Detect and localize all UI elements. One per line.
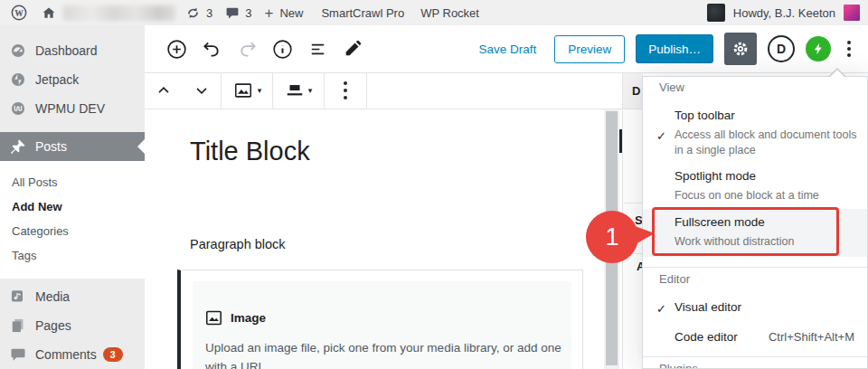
updates-indicator[interactable]: 3 — [179, 0, 219, 25]
active-menu-arrow — [137, 139, 145, 154]
admin-bar: W 3 3 + New SmartCrawl Pr — [0, 0, 868, 25]
image-placeholder: Image Upload an image file, pick one fro… — [193, 281, 571, 369]
editor-actions: Save Draft Preview Publish… D — [478, 33, 868, 65]
admin-menu: Dashboard Jetpack WPMU DEV Posts All Pos… — [0, 25, 145, 369]
updates-icon — [185, 5, 201, 21]
admin-menu-lower: Media Pages Comments 3 — [0, 279, 145, 369]
menu-item-top-toolbar[interactable]: Top toolbar — [675, 109, 735, 122]
menu-divider — [643, 267, 867, 268]
media-icon — [9, 288, 27, 306]
menu-section-editor: Editor — [659, 272, 690, 286]
menu-section-next-partial: Plugins — [659, 362, 698, 369]
howdy-text: Howdy, B.J. Keeton — [733, 6, 835, 20]
sidebar-item-label: Comments — [35, 347, 97, 362]
sidebar-item-jetpack[interactable]: Jetpack — [0, 65, 145, 94]
sidebar-item-label: WPMU DEV — [35, 101, 105, 116]
save-draft-button[interactable]: Save Draft — [478, 43, 536, 56]
panel-edge-fragment — [619, 129, 622, 153]
site-home-icon[interactable] — [34, 0, 63, 25]
wordpress-logo-icon[interactable]: W — [4, 0, 34, 25]
image-icon — [205, 310, 222, 326]
menu-item-description: Access all block and document tools in a… — [675, 128, 857, 157]
wpmudev-icon — [9, 99, 27, 118]
settings-gear-button[interactable] — [724, 33, 757, 65]
more-tools-options-button[interactable] — [842, 37, 856, 61]
menu-section-view: View — [659, 80, 684, 94]
sidebar-item-label: Posts — [35, 139, 67, 154]
paragraph-block[interactable]: Paragraph block — [190, 237, 286, 251]
plus-icon: + — [264, 5, 273, 21]
admin-bar-smartcrawl[interactable]: SmartCrawl Pro — [309, 0, 410, 25]
annotation-step-balloon: 1 — [586, 211, 638, 263]
post-title-input[interactable]: Title Block — [190, 137, 310, 166]
sidebar-tabs-header: D — [623, 72, 643, 109]
sidebar-item-label: Pages — [35, 318, 71, 333]
new-label: New — [279, 6, 303, 20]
block-inserter-button[interactable] — [165, 37, 188, 61]
annotation-highlight-box — [652, 207, 839, 256]
sidebar-item-media[interactable]: Media — [0, 282, 145, 311]
chevron-down-icon: ▾ — [308, 87, 313, 95]
gravatar-redacted — [707, 4, 725, 22]
change-block-type-button[interactable]: ▾ — [222, 72, 272, 109]
pending-comments-indicator[interactable]: 3 — [219, 0, 258, 25]
sidebar-item-posts[interactable]: Posts — [0, 132, 145, 161]
sidebar-item-label: Dashboard — [35, 43, 98, 58]
panel-divider — [624, 203, 643, 203]
posts-submenu: All Posts Add New Categories Tags — [0, 161, 145, 279]
menu-item-visual-editor[interactable]: Visual editor — [675, 300, 741, 314]
editor-header-toolbar: Save Draft Preview Publish… D — [145, 25, 868, 73]
tab-document-partial[interactable]: D — [632, 84, 640, 98]
image-block-description: Upload an image file, pick one from your… — [205, 338, 563, 369]
sidebar-item-comments[interactable]: Comments 3 — [0, 340, 145, 369]
content-structure-button[interactable] — [270, 37, 294, 61]
preview-button[interactable]: Preview — [554, 35, 625, 63]
redo-button-disabled[interactable] — [235, 37, 259, 61]
avatar — [844, 5, 860, 21]
gear-icon — [731, 39, 750, 59]
submenu-categories[interactable]: Categories — [0, 219, 145, 243]
change-alignment-button[interactable]: ▾ — [273, 72, 324, 109]
undo-button[interactable] — [200, 37, 223, 61]
toolbar-separator — [366, 72, 367, 109]
submenu-add-new[interactable]: Add New — [0, 194, 145, 219]
menu-item-spotlight-mode[interactable]: Spotlight mode — [675, 169, 756, 183]
divi-button[interactable]: D — [768, 35, 795, 62]
comments-icon — [9, 345, 27, 364]
lightning-bolt-icon — [811, 42, 826, 56]
sidebar-item-pages[interactable]: Pages — [0, 311, 145, 340]
dashboard-icon — [9, 42, 27, 60]
publish-button[interactable]: Publish… — [636, 34, 713, 63]
sidebar-item-dashboard[interactable]: Dashboard — [0, 36, 145, 65]
move-block-down-button[interactable] — [183, 72, 221, 109]
comments-badge: 3 — [103, 347, 123, 362]
check-icon: ✓ — [656, 302, 666, 316]
menu-item-description: Focus on one block at a time — [675, 188, 857, 203]
block-toolbar: ▾ ▾ — [145, 72, 622, 109]
sidebar-item-wpmudev[interactable]: WPMU DEV — [0, 94, 145, 123]
edit-pencil-button[interactable] — [341, 37, 364, 61]
site-name-redacted[interactable] — [63, 5, 175, 21]
boost-button[interactable] — [806, 36, 831, 62]
submenu-all-posts[interactable]: All Posts — [0, 170, 145, 194]
menu-pointer-caret-fill — [830, 70, 844, 77]
step-number: 1 — [605, 223, 618, 251]
comment-bubble-icon — [225, 5, 240, 20]
admin-bar-wprocket[interactable]: WP Rocket — [410, 0, 486, 25]
updates-count: 3 — [206, 6, 212, 20]
sidebar-item-label: Jetpack — [35, 72, 79, 87]
keyboard-shortcut: Ctrl+Shift+Alt+M — [769, 330, 854, 344]
admin-bar-account[interactable]: Howdy, B.J. Keeton — [707, 4, 868, 22]
check-icon: ✓ — [656, 129, 666, 143]
new-content-menu[interactable]: + New — [258, 0, 309, 25]
pages-icon — [9, 317, 27, 335]
menu-item-code-editor[interactable]: Code editor — [675, 330, 738, 344]
submenu-tags[interactable]: Tags — [0, 243, 145, 268]
image-block-selected[interactable]: Image Upload an image file, pick one fro… — [177, 270, 583, 369]
jetpack-icon — [9, 71, 27, 89]
block-navigation-button[interactable] — [306, 37, 329, 61]
wordpress-editor-screen: W 3 3 + New SmartCrawl Pr — [0, 0, 868, 369]
admin-bar-left: W 3 3 + New SmartCrawl Pr — [0, 0, 486, 25]
move-block-up-button[interactable] — [145, 72, 183, 109]
more-block-options-button[interactable] — [325, 69, 366, 112]
